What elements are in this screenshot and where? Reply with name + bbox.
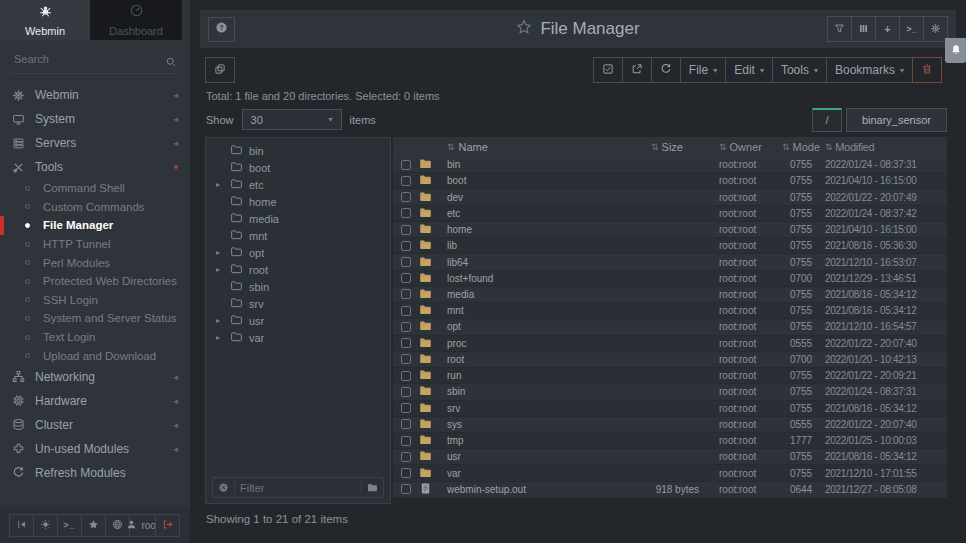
row-checkbox[interactable] <box>401 371 411 381</box>
expand-arrow-icon[interactable]: ▸ <box>216 248 224 257</box>
bookmarks-menu-button[interactable]: Bookmarks ▾ <box>826 57 913 83</box>
file-name[interactable]: media <box>447 289 474 300</box>
file-name[interactable]: dev <box>447 192 463 203</box>
sidebar-item-refresh-modules[interactable]: Refresh Modules <box>0 461 190 485</box>
breadcrumb-current[interactable]: binary_sensor <box>846 108 947 132</box>
table-row-sys[interactable]: sysroot:root05552022/01/22 - 20:07:40 <box>393 417 947 433</box>
row-checkbox[interactable] <box>401 225 411 235</box>
row-checkbox[interactable] <box>401 257 411 267</box>
expand-arrow-icon[interactable]: ▸ <box>216 180 224 189</box>
shell-shortcut-button[interactable]: >_ <box>57 514 82 537</box>
expand-arrow-icon[interactable]: ▸ <box>216 316 224 325</box>
row-checkbox[interactable] <box>401 176 411 186</box>
file-name[interactable]: mnt <box>447 305 464 316</box>
file-name[interactable]: var <box>447 468 461 479</box>
logout-button[interactable] <box>155 514 180 537</box>
sidebar-item-un-used-modules[interactable]: Un-used Modules◂ <box>0 437 190 461</box>
breadcrumb-root[interactable]: / <box>812 108 842 132</box>
column-size[interactable]: Size <box>662 141 683 153</box>
table-row-home[interactable]: homeroot:root07552021/04/10 - 16:15:00 <box>393 222 947 238</box>
table-row-media[interactable]: mediaroot:root07552021/08/16 - 05:34:12 <box>393 287 947 303</box>
table-row-srv[interactable]: srvroot:root07552021/08/16 - 05:34:12 <box>393 401 947 417</box>
tab-dashboard[interactable]: Dashboard <box>90 0 182 40</box>
paste-copy-button[interactable] <box>205 57 235 83</box>
table-row-lib64[interactable]: lib64root:root07552021/12/10 - 16:53:07 <box>393 254 947 270</box>
sort-icon[interactable]: ⇅ <box>825 142 832 152</box>
file-name[interactable]: lib <box>447 240 457 251</box>
tree-item-media[interactable]: media <box>206 210 390 227</box>
row-checkbox[interactable] <box>401 484 411 494</box>
file-menu-button[interactable]: File ▾ <box>680 57 726 83</box>
tree-item-boot[interactable]: boot <box>206 159 390 176</box>
column-mode[interactable]: Mode <box>793 141 821 153</box>
row-checkbox[interactable] <box>401 241 411 251</box>
favorite-star-icon[interactable] <box>516 19 532 39</box>
sort-icon[interactable]: ⇅ <box>447 142 455 152</box>
sidebar-item-webmin[interactable]: Webmin◂ <box>0 83 190 107</box>
column-modified[interactable]: Modified <box>835 141 874 153</box>
table-row-lost-found[interactable]: lost+foundroot:root07002021/12/29 - 13:4… <box>393 271 947 287</box>
refresh-button[interactable] <box>651 57 681 83</box>
collapse-sidebar-button[interactable] <box>9 514 34 537</box>
file-name[interactable]: proc <box>447 338 466 349</box>
row-checkbox[interactable] <box>401 436 411 446</box>
table-row-mnt[interactable]: mntroot:root07552021/08/16 - 05:34:12 <box>393 303 947 319</box>
row-checkbox[interactable] <box>401 338 411 348</box>
expand-arrow-icon[interactable]: ▸ <box>216 265 224 274</box>
favorites-button[interactable] <box>81 514 106 537</box>
file-name[interactable]: etc <box>447 208 460 219</box>
terminal-button[interactable]: >_ <box>899 16 924 42</box>
sidebar-item-servers[interactable]: Servers◂ <box>0 131 190 155</box>
table-row-opt[interactable]: optroot:root07552021/12/10 - 16:54:57 <box>393 319 947 335</box>
sidebar-item-custom-commands[interactable]: Custom Commands <box>0 198 190 217</box>
sort-icon[interactable]: ⇅ <box>719 142 727 152</box>
tree-item-home[interactable]: home <box>206 193 390 210</box>
table-row-proc[interactable]: procroot:root05552022/01/22 - 20:07:40 <box>393 336 947 352</box>
row-checkbox[interactable] <box>401 192 411 202</box>
tools-menu-button[interactable]: Tools ▾ <box>772 57 827 83</box>
table-row-bin[interactable]: binroot:root07552022/01/24 - 08:37:31 <box>393 157 947 173</box>
sidebar-item-networking[interactable]: Networking◂ <box>0 365 190 389</box>
file-name[interactable]: lost+found <box>447 273 493 284</box>
row-checkbox[interactable] <box>401 468 411 478</box>
tree-item-srv[interactable]: srv <box>206 295 390 312</box>
row-checkbox[interactable] <box>401 208 411 218</box>
file-name[interactable]: sbin <box>447 386 465 397</box>
table-row-webmin-setup-out[interactable]: webmin-setup.out918 bytesroot:root064420… <box>393 482 947 498</box>
sidebar-item-text-login[interactable]: Text Login <box>0 328 190 347</box>
file-name[interactable]: boot <box>447 175 466 186</box>
row-checkbox[interactable] <box>401 403 411 413</box>
search-input[interactable] <box>12 49 178 69</box>
sidebar-item-cluster[interactable]: Cluster◂ <box>0 413 190 437</box>
file-name[interactable]: webmin-setup.out <box>447 484 526 495</box>
column-name[interactable]: Name <box>459 141 488 153</box>
sort-icon[interactable]: ⇅ <box>651 142 659 152</box>
sidebar-item-hardware[interactable]: Hardware◂ <box>0 389 190 413</box>
sidebar-item-tools[interactable]: Tools▾ <box>0 155 190 179</box>
file-name[interactable]: run <box>447 370 461 381</box>
tree-item-var[interactable]: ▸var <box>206 329 390 346</box>
table-row-lib[interactable]: libroot:root07552021/08/16 - 05:36:30 <box>393 238 947 254</box>
file-name[interactable]: root <box>447 354 464 365</box>
sidebar-item-system[interactable]: System◂ <box>0 107 190 131</box>
row-checkbox[interactable] <box>401 273 411 283</box>
edit-menu-button[interactable]: Edit ▾ <box>725 57 773 83</box>
help-button[interactable]: ? <box>208 17 235 42</box>
tab-webmin[interactable]: Webmin <box>0 0 90 40</box>
sidebar-item-http-tunnel[interactable]: HTTP Tunnel <box>0 235 190 254</box>
sidebar-item-perl-modules[interactable]: Perl Modules <box>0 253 190 272</box>
sidebar-item-command-shell[interactable]: Command Shell <box>0 179 190 198</box>
row-checkbox[interactable] <box>401 322 411 332</box>
theme-toggle-button[interactable] <box>33 514 58 537</box>
file-name[interactable]: usr <box>447 451 461 462</box>
page-size-select[interactable]: 30 ▾ <box>242 109 342 130</box>
tree-item-bin[interactable]: bin <box>206 142 390 159</box>
tree-item-mnt[interactable]: mnt <box>206 227 390 244</box>
select-all-button[interactable] <box>593 57 623 83</box>
tree-item-usr[interactable]: ▸usr <box>206 312 390 329</box>
tree-item-sbin[interactable]: sbin <box>206 278 390 295</box>
column-owner[interactable]: Owner <box>730 141 762 153</box>
add-button[interactable]: + <box>875 16 900 42</box>
filter-button[interactable] <box>827 16 852 42</box>
table-row-usr[interactable]: usrroot:root07552021/08/16 - 05:34:12 <box>393 449 947 465</box>
